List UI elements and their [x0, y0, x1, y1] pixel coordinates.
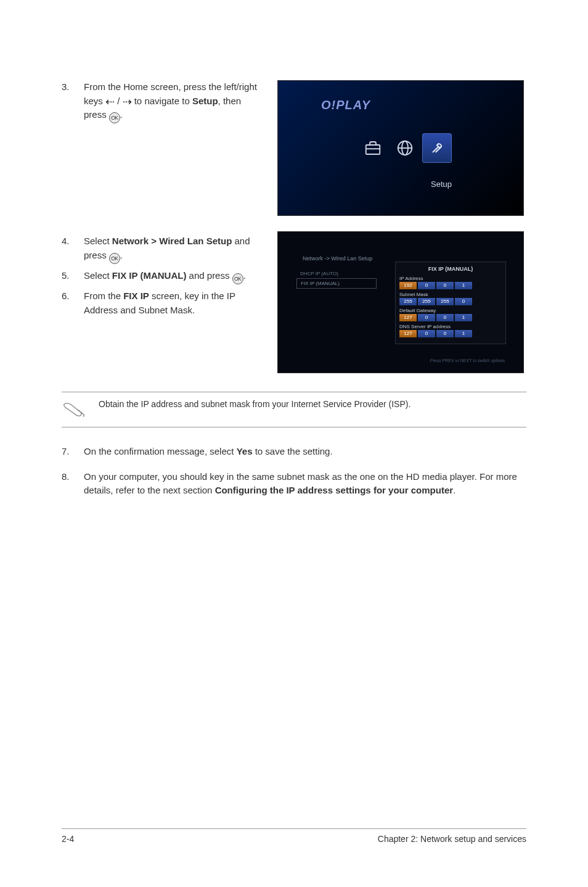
svg-rect-0 — [366, 145, 380, 154]
oplay-logo: O!PLAY — [321, 98, 370, 112]
ip-octet: 1 — [455, 314, 472, 321]
left-arrow-icon: ⇠ — [105, 96, 115, 107]
ip-octet: 0 — [418, 330, 435, 337]
ip-octet: 0 — [455, 298, 472, 305]
step3-part-b: / — [115, 96, 123, 106]
globe-icon — [390, 133, 420, 163]
note-hand-icon — [62, 400, 88, 421]
step8-text: On your computer, you should key in the … — [84, 470, 526, 498]
ip-octet: 127 — [399, 314, 417, 321]
step7-a: On the confirmation message, select — [84, 446, 237, 456]
step4-bold: Network > Wired Lan Setup — [112, 236, 232, 246]
ip-octet: 255 — [436, 298, 454, 305]
step5-bold: FIX IP (MANUAL) — [112, 270, 187, 281]
step3-setup-bold: Setup — [192, 96, 218, 106]
ok-button-icon: OK — [109, 253, 120, 264]
dhcp-auto-item: DHCP IP (AUTO) — [296, 269, 377, 278]
ip-octet: 255 — [418, 298, 435, 305]
step3-text: From the Home screen, press the left/rig… — [84, 80, 265, 123]
step7-text: On the confirmation message, select Yes … — [84, 445, 526, 459]
ip-octet: 0 — [418, 282, 435, 289]
fix-ip-title: FIX IP (MANUAL) — [399, 266, 502, 272]
subnet-mask-row: 255 255 255 0 — [399, 298, 502, 305]
step6-number: 6. — [62, 289, 84, 317]
network-footer-hint: Press PREV or NEXT to switch options — [430, 358, 505, 363]
ip-octet: 0 — [436, 330, 454, 337]
ok-button-icon: OK — [232, 273, 243, 284]
note-text: Obtain the IP address and subnet mask fr… — [99, 398, 526, 411]
ip-octet: 192 — [399, 282, 417, 289]
note-box: Obtain the IP address and subnet mask fr… — [62, 392, 526, 427]
step4-c: . — [120, 250, 123, 260]
network-screenshot: Network -> Wired Lan Setup DHCP IP (AUTO… — [277, 231, 524, 373]
network-breadcrumb: Network -> Wired Lan Setup — [303, 255, 372, 262]
step8-bold: Configuring the IP address settings for … — [215, 485, 453, 495]
ip-address-label: IP Address — [399, 276, 502, 281]
step5-number: 5. — [62, 269, 84, 284]
ip-octet: 127 — [399, 330, 417, 337]
step7-bold: Yes — [237, 446, 253, 456]
page-footer: 2-4 Chapter 2: Network setup and service… — [62, 828, 526, 844]
step6-a: From the — [84, 291, 123, 301]
ip-octet: 0 — [436, 282, 454, 289]
step6-text: From the FIX IP screen, key in the IP Ad… — [84, 289, 265, 317]
briefcase-icon — [358, 133, 388, 163]
step4-text: Select Network > Wired Lan Setup and pre… — [84, 234, 265, 264]
setup-icons-row — [358, 133, 452, 163]
ip-octet: 0 — [436, 314, 454, 321]
step6-bold: FIX IP — [123, 291, 149, 301]
step5-text: Select FIX IP (MANUAL) and press OK. — [84, 269, 265, 284]
fix-ip-manual-item: FIX IP (MANUAL) — [296, 278, 377, 289]
tools-icon — [422, 133, 452, 163]
page-number: 2-4 — [62, 834, 74, 844]
step5-b: and press — [186, 270, 232, 281]
default-gateway-label: Default Gateway — [399, 308, 502, 313]
step8-b: . — [453, 485, 455, 495]
step4-a: Select — [84, 236, 112, 246]
step3-part-c: to navigate to — [132, 96, 192, 106]
ok-button-icon: OK — [109, 112, 120, 123]
right-arrow-icon: ⇢ — [123, 96, 132, 107]
setup-label: Setup — [431, 179, 452, 189]
dns-server-label: DNS Server IP address — [399, 324, 502, 329]
ip-octet: 0 — [418, 314, 435, 321]
ip-octet: 1 — [455, 330, 472, 337]
ip-address-row: 192 0 0 1 — [399, 282, 502, 289]
network-left-panel: DHCP IP (AUTO) FIX IP (MANUAL) — [296, 269, 377, 289]
network-right-panel: FIX IP (MANUAL) IP Address 192 0 0 1 Sub… — [395, 262, 506, 344]
chapter-title: Chapter 2: Network setup and services — [378, 834, 526, 844]
step8-number: 8. — [62, 470, 84, 498]
step5-c: . — [243, 270, 246, 281]
subnet-mask-label: Subnet Mask — [399, 292, 502, 297]
step3-number: 3. — [62, 80, 84, 123]
step4-number: 4. — [62, 234, 84, 264]
step3-part-e: . — [120, 109, 123, 120]
ip-octet: 1 — [455, 282, 472, 289]
ip-octet: 255 — [399, 298, 417, 305]
default-gateway-row: 127 0 0 1 — [399, 314, 502, 321]
dns-server-row: 127 0 0 1 — [399, 330, 502, 337]
step7-b: to save the setting. — [253, 446, 333, 456]
setup-screenshot: O!PLAY Setup — [277, 80, 524, 216]
step7-number: 7. — [62, 445, 84, 459]
step5-a: Select — [84, 270, 112, 281]
